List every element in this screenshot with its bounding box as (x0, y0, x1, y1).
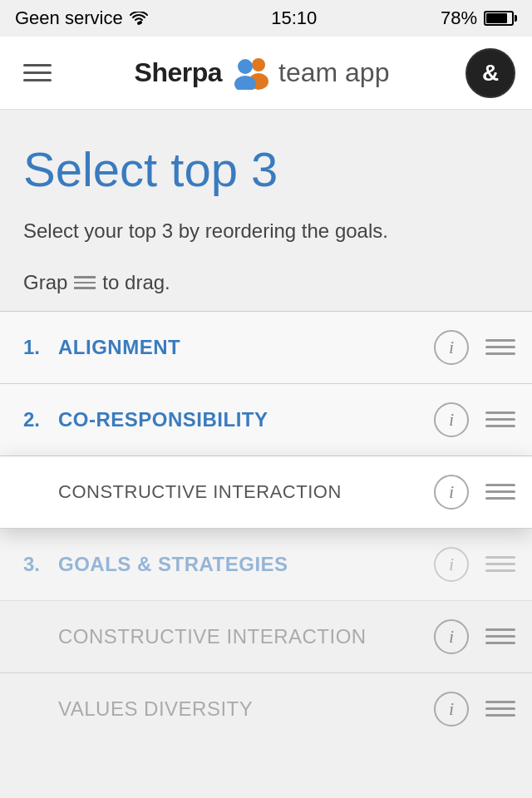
goal-label: VALUES DIVERSITY (58, 697, 434, 721)
time-display: 15:10 (271, 7, 317, 29)
status-bar: Geen service 15:10 78% (0, 0, 532, 37)
goal-item[interactable]: VALUES DIVERSITY i (0, 673, 532, 745)
goal-label: CONSTRUCTIVE INTERACTION (58, 625, 434, 648)
goal-item[interactable]: CONSTRUCTIVE INTERACTION i (0, 601, 532, 673)
drag-hint: Grap to drag. (23, 271, 170, 294)
goal-label: ALIGNMENT (58, 336, 434, 359)
drag-handle[interactable] (485, 628, 515, 644)
drag-hint-end: to drag. (102, 271, 170, 294)
main-content: Select top 3 Select your top 3 by reorde… (0, 110, 532, 311)
drag-hint-text: Grap (23, 271, 67, 294)
info-icon: i (449, 698, 454, 720)
info-button[interactable]: i (434, 475, 469, 510)
info-icon: i (449, 409, 454, 431)
drag-handle[interactable] (485, 339, 515, 355)
goal-item[interactable]: 3. GOALS & STRATEGIES i (0, 529, 532, 601)
drag-handle[interactable] (485, 556, 515, 572)
goal-item[interactable]: 2. CO-RESPONSIBILITY i (0, 384, 532, 456)
battery-info: 78% (441, 7, 517, 29)
goal-number: 1. (23, 336, 48, 359)
page-description-line1: Select your top 3 by reordering the goal… (23, 216, 509, 246)
carrier-text: Geen service (15, 7, 123, 29)
svg-point-0 (137, 22, 140, 25)
logo-text: Sherpa (135, 57, 222, 88)
info-button[interactable]: i (434, 402, 469, 437)
goal-item[interactable]: 1. ALIGNMENT i (0, 312, 532, 384)
goal-label: CONSTRUCTIVE INTERACTION (58, 481, 434, 503)
info-button[interactable]: i (434, 619, 469, 654)
svg-point-3 (238, 59, 253, 74)
wifi-icon (130, 12, 148, 25)
info-button[interactable]: i (434, 547, 469, 582)
info-icon: i (449, 554, 454, 575)
info-icon: i (449, 481, 454, 503)
drag-handle[interactable] (485, 411, 515, 427)
drag-handle[interactable] (485, 701, 515, 717)
nav-bar: Sherpa team app & (0, 37, 532, 110)
goal-label: CO-RESPONSIBILITY (58, 408, 434, 431)
info-icon: i (449, 337, 454, 358)
info-button[interactable]: i (434, 330, 469, 365)
drag-handle[interactable] (485, 484, 515, 500)
goal-number: 2. (23, 408, 48, 431)
profile-symbol: & (482, 60, 499, 86)
people-icon (229, 57, 272, 90)
app-logo: Sherpa team app (135, 57, 390, 90)
svg-point-1 (252, 58, 265, 71)
goal-number: 3. (23, 553, 48, 576)
battery-icon (484, 11, 517, 26)
goal-item-dragging[interactable]: CONSTRUCTIVE INTERACTION i (0, 456, 532, 529)
info-button[interactable]: i (434, 692, 469, 727)
goal-list: 1. ALIGNMENT i 2. CO-RESPONSIBILITY i CO… (0, 312, 532, 745)
carrier-info: Geen service (15, 7, 148, 29)
page-title: Select top 3 (23, 143, 509, 196)
drag-lines-icon (74, 276, 96, 289)
goal-label: GOALS & STRATEGIES (58, 553, 434, 576)
logo-team-text: team app (278, 57, 389, 88)
battery-percent: 78% (441, 7, 477, 29)
menu-button[interactable] (17, 57, 58, 88)
info-icon: i (449, 626, 454, 648)
profile-button[interactable]: & (466, 48, 515, 98)
